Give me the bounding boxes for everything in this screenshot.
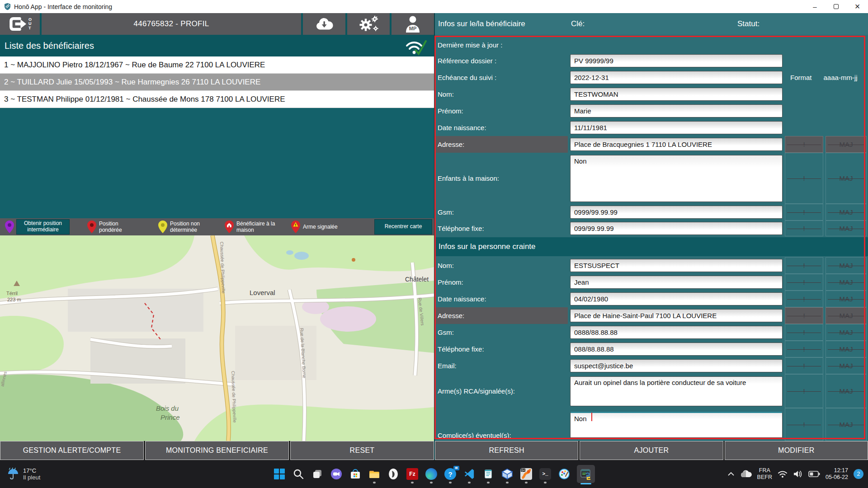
virtualbox-button[interactable] bbox=[501, 468, 514, 480]
adresse-maj-button[interactable]: MAJ bbox=[826, 136, 867, 153]
prenom-input[interactable] bbox=[570, 104, 783, 117]
volume-icon[interactable] bbox=[793, 470, 803, 478]
x64dbg-button[interactable]: 64 bbox=[520, 468, 533, 480]
nom-input[interactable] bbox=[570, 88, 783, 101]
notepad-button[interactable] bbox=[482, 468, 495, 480]
nom-crainte-warn-button[interactable]: ! bbox=[785, 257, 823, 274]
wifi-tray-icon[interactable] bbox=[778, 470, 788, 478]
filezilla-button[interactable]: Fz bbox=[406, 468, 419, 480]
map-label-bois-1: Bois du bbox=[156, 404, 179, 412]
email-warn-button[interactable]: ! bbox=[785, 357, 823, 374]
clock-widget[interactable]: 12:17 05-06-22 bbox=[826, 467, 848, 481]
running-indicator bbox=[411, 482, 414, 483]
enfants-warn-button[interactable]: ! bbox=[785, 153, 823, 204]
running-indicator bbox=[373, 482, 376, 483]
armes-warn-button[interactable]: ! bbox=[785, 374, 823, 408]
adresse-crainte-input[interactable] bbox=[570, 309, 783, 322]
notification-badge[interactable]: 2 bbox=[854, 469, 863, 479]
beneficiary-row-3[interactable]: 3 ~ TESTMAN Philippe 01/12/1981 ~ Chauss… bbox=[0, 91, 434, 108]
tel-crainte-maj-button[interactable]: MAJ bbox=[826, 341, 867, 357]
vscode-button[interactable] bbox=[463, 468, 476, 480]
armes-maj-button[interactable]: MAJ bbox=[826, 374, 867, 408]
beneficiary-row-1[interactable]: 1 ~ MAJJOLINO Pietro 18/12/1967 ~ Rue de… bbox=[0, 56, 434, 74]
edge-button[interactable] bbox=[425, 468, 438, 480]
email-maj-button[interactable]: MAJ bbox=[826, 357, 867, 374]
beneficiary-form: Dernière mise à jour : Référence dossier… bbox=[435, 35, 868, 441]
task-view-button[interactable] bbox=[311, 468, 324, 480]
complices-maj-button[interactable]: MAJ bbox=[826, 408, 867, 441]
app-shield-icon bbox=[4, 3, 11, 10]
complices-warn-button[interactable]: ! bbox=[785, 408, 823, 441]
map-label-terril-alt: 223 m bbox=[7, 297, 21, 302]
beneficiary-row-2-selected[interactable]: 2 ~ TUILLARD Julie 15/05/1993 ~ Rue Harm… bbox=[0, 74, 434, 91]
red-pin-icon bbox=[87, 220, 97, 234]
gsm-warn-button[interactable]: ! bbox=[785, 204, 823, 221]
adresse-crainte-warn-button[interactable]: ! bbox=[785, 307, 823, 324]
nom-crainte-maj-button[interactable]: MAJ bbox=[826, 257, 867, 274]
recenter-map-button[interactable]: Recentrer carte bbox=[374, 219, 432, 235]
reset-button[interactable]: RESET bbox=[290, 441, 434, 460]
map-view[interactable]: Térril 223 m Loverval Châtelet Chaussée … bbox=[0, 235, 434, 441]
tel-fixe-input[interactable] bbox=[570, 222, 783, 235]
refresh-button[interactable]: REFRESH bbox=[435, 441, 578, 460]
modifier-button[interactable]: MODIFIER bbox=[725, 441, 868, 460]
gestion-alerte-button[interactable]: GESTION ALERTE/COMPTE bbox=[0, 441, 144, 460]
language-indicator[interactable]: FRA BEFR bbox=[757, 467, 772, 481]
email-crainte-input[interactable] bbox=[570, 359, 783, 372]
tel-maj-button[interactable]: MAJ bbox=[826, 221, 867, 236]
tray-chevron-icon[interactable] bbox=[727, 472, 735, 476]
onedrive-icon[interactable] bbox=[740, 470, 752, 478]
adresse-warn-button[interactable]: ! bbox=[785, 136, 823, 153]
microsoft-store-button[interactable] bbox=[349, 468, 362, 480]
terminal-button[interactable]: >_ bbox=[539, 468, 552, 480]
maximize-button[interactable] bbox=[826, 0, 847, 13]
python-idle-button-active[interactable] bbox=[577, 465, 595, 483]
download-button[interactable] bbox=[303, 13, 345, 35]
enfants-maj-button[interactable]: MAJ bbox=[826, 153, 867, 204]
enfants-maison-textarea[interactable]: Non bbox=[570, 155, 783, 202]
gsm-crainte-input[interactable] bbox=[570, 326, 783, 339]
gsm-maj-button[interactable]: MAJ bbox=[826, 204, 867, 221]
search-button[interactable] bbox=[292, 468, 305, 480]
get-help-button[interactable]: ?✉ bbox=[444, 468, 457, 480]
white-oval-app-button[interactable] bbox=[387, 468, 400, 480]
tel-crainte-warn-button[interactable]: ! bbox=[785, 341, 823, 357]
monitoring-beneficiaire-button[interactable]: MONITORING BENEFICIAIRE bbox=[145, 441, 289, 460]
prenom-crainte-maj-button[interactable]: MAJ bbox=[826, 274, 867, 291]
battery-icon[interactable] bbox=[808, 470, 820, 478]
adresse-input[interactable] bbox=[570, 138, 783, 151]
complices-textarea[interactable]: Non bbox=[570, 412, 783, 438]
reference-dossier-input[interactable] bbox=[570, 54, 783, 67]
gsm-crainte-warn-button[interactable]: ! bbox=[785, 324, 823, 341]
tel-crainte-input[interactable] bbox=[570, 343, 783, 356]
legend-weighted-label: Position pondérée bbox=[99, 221, 134, 234]
settings-button[interactable] bbox=[347, 13, 390, 35]
file-explorer-button[interactable] bbox=[368, 468, 381, 480]
paint-button[interactable] bbox=[558, 468, 571, 480]
gsm-crainte-maj-button[interactable]: MAJ bbox=[826, 324, 867, 341]
start-button[interactable] bbox=[273, 468, 286, 480]
close-button[interactable]: × bbox=[847, 0, 868, 13]
date-crainte-maj-button[interactable]: MAJ bbox=[826, 291, 867, 307]
date-naissance-input[interactable] bbox=[570, 121, 783, 134]
gsm-input[interactable] bbox=[570, 206, 783, 219]
tel-warn-button[interactable]: ! bbox=[785, 221, 823, 236]
running-indicator bbox=[544, 482, 547, 483]
chat-button[interactable] bbox=[330, 468, 343, 480]
minimize-button[interactable]: – bbox=[804, 0, 826, 13]
user-mp-button[interactable]: MP bbox=[392, 13, 434, 35]
logout-button[interactable]: OUT bbox=[0, 13, 40, 35]
adresse-crainte-maj-button[interactable]: MAJ bbox=[826, 307, 867, 324]
legend-obtain-position-button[interactable]: Obtenir position intermédiaire bbox=[16, 219, 70, 235]
prenom-crainte-warn-button[interactable]: ! bbox=[785, 274, 823, 291]
prenom-crainte-input[interactable] bbox=[570, 276, 783, 289]
ajouter-button[interactable]: AJOUTER bbox=[580, 441, 723, 460]
running-indicator bbox=[449, 482, 452, 483]
echeance-suivi-input[interactable] bbox=[570, 71, 783, 84]
profile-id-button[interactable]: 446765832 - PROFIL bbox=[42, 13, 301, 35]
taskbar-weather-widget[interactable]: 17°C Il pleut bbox=[7, 467, 40, 481]
armes-textarea[interactable]: Aurait un opinel dans la portière conduc… bbox=[570, 376, 783, 406]
date-crainte-input[interactable] bbox=[570, 292, 783, 305]
date-crainte-warn-button[interactable]: ! bbox=[785, 291, 823, 307]
nom-crainte-input[interactable] bbox=[570, 259, 783, 272]
